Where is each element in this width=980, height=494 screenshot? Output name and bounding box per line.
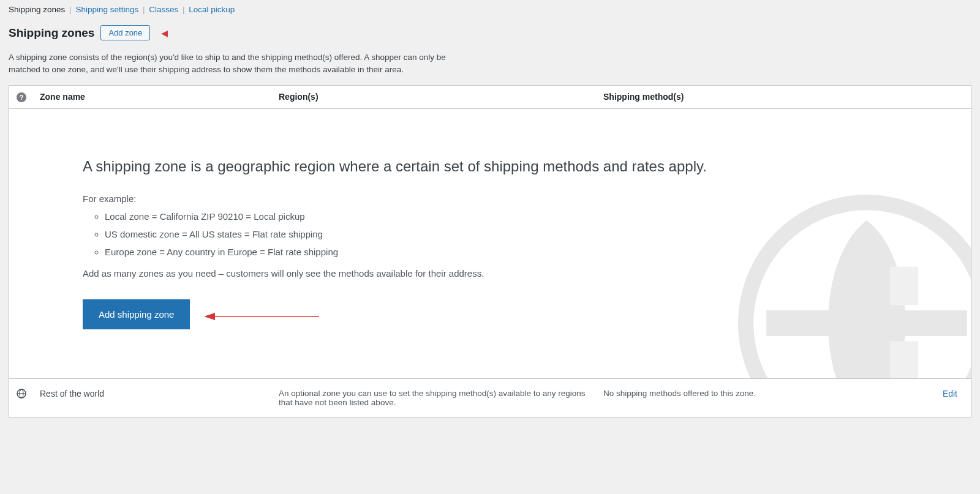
add-zone-button[interactable]: Add zone <box>100 25 150 40</box>
row-name: Rest of the world <box>34 383 273 405</box>
col-header-methods: Shipping method(s) <box>597 86 971 108</box>
page-title: Shipping zones <box>9 26 94 40</box>
row-edit-link[interactable]: Edit <box>943 389 957 399</box>
empty-state: A shipping zone is a geographic region w… <box>9 109 971 379</box>
svg-marker-5 <box>204 313 215 320</box>
empty-headline: A shipping zone is a geographic region w… <box>83 158 897 175</box>
table-row-default: Rest of the world An optional zone you c… <box>9 379 971 417</box>
subnav: Shipping zones | Shipping settings | Cla… <box>9 5 971 14</box>
row-icon-cell <box>9 383 34 406</box>
page-description: A shipping zone consists of the region(s… <box>9 51 474 77</box>
annotation-arrow-small-icon: ▶ <box>161 28 168 38</box>
subnav-item-classes[interactable]: Classes <box>149 5 178 14</box>
empty-examples-list: Local zone = California ZIP 90210 = Loca… <box>105 211 897 257</box>
help-column: ? <box>9 86 34 108</box>
svg-rect-3 <box>890 341 918 379</box>
help-icon[interactable]: ? <box>17 92 26 102</box>
col-header-name: Zone name <box>34 86 273 108</box>
subnav-item-shipping-settings[interactable]: Shipping settings <box>75 5 138 14</box>
empty-footer-text: Add as many zones as you need – customer… <box>83 268 897 279</box>
example-item: Local zone = California ZIP 90210 = Loca… <box>105 211 897 222</box>
example-item: Europe zone = Any country in Europe = Fl… <box>105 247 897 257</box>
row-methods: No shipping methods offered to this zone… <box>597 383 934 404</box>
subnav-item-shipping-zones[interactable]: Shipping zones <box>9 5 65 14</box>
shipping-zones-table: ? Zone name Region(s) Shipping method(s)… <box>9 85 971 417</box>
empty-for-example: For example: <box>83 193 897 204</box>
globe-icon <box>17 389 26 399</box>
svg-rect-1 <box>766 310 967 336</box>
col-header-region: Region(s) <box>273 86 597 108</box>
subnav-item-local-pickup[interactable]: Local pickup <box>189 5 235 14</box>
row-region: An optional zone you can use to set the … <box>273 383 597 413</box>
table-header: ? Zone name Region(s) Shipping method(s) <box>9 86 971 109</box>
annotation-arrow-icon <box>203 308 325 332</box>
add-shipping-zone-button[interactable]: Add shipping zone <box>83 299 190 329</box>
example-item: US domestic zone = All US states = Flat … <box>105 229 897 239</box>
